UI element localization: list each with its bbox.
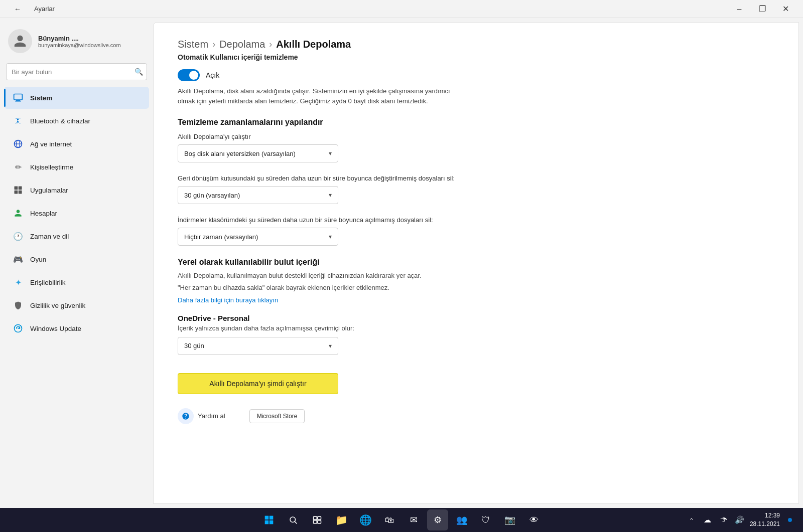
toggle-label: Açık [206,71,219,79]
file-explorer-button[interactable]: 📁 [331,509,352,530]
title-bar: ← Ayarlar – ❐ ✕ [0,0,803,18]
svg-rect-14 [270,520,274,524]
svg-rect-0 [14,94,23,100]
taskbar-search-button[interactable] [283,509,304,530]
sistem-icon [12,92,24,104]
sidebar-item-accessibility[interactable]: ✦ Erişilebilirlik [4,271,149,293]
svg-rect-13 [265,520,269,524]
svg-rect-20 [318,520,321,523]
cloud-title: Yerel olarak kullanılabilir bulut içeriğ… [178,258,774,267]
tray-cloud[interactable]: ☁ [701,513,715,527]
taskbar-right: ^ ☁ 🔊 12:39 28.11.2021 [685,511,797,528]
task-view-button[interactable] [307,509,328,530]
sidebar-item-apps[interactable]: Uygulamalar [4,179,149,201]
tray-area: ^ ☁ 🔊 [685,513,747,527]
sidebar-label-time: Zaman ve dil [30,233,69,240]
svg-rect-19 [314,520,317,523]
cloud-link[interactable]: Daha fazla bilgi için buraya tıklayın [178,296,278,304]
breadcrumb: Sistem › Depolama › Akıllı Depolama [178,39,774,50]
cloud-desc: Akıllı Depolama, kullanılmayan bulut des… [178,271,459,281]
run-schedule-dropdown[interactable]: Boş disk alanı yetersizken (varsayılan) … [178,144,338,162]
sidebar-item-update[interactable]: Windows Update [4,317,149,339]
sidebar: Bünyamin .... bunyaminkaya@windowslive.c… [0,18,153,508]
game-icon: 🎮 [12,253,24,265]
onedrive-value: 30 gün [184,342,204,349]
chevron-down-icon-2: ▾ [329,192,332,199]
user-email: bunyaminkaya@windowslive.com [38,42,121,48]
sidebar-label-accounts: Hesaplar [30,210,57,217]
sidebar-item-accounts[interactable]: Hesaplar [4,202,149,224]
tray-volume[interactable]: 🔊 [733,513,747,527]
minimize-button[interactable]: – [728,0,751,18]
dropdown2-label: Geri dönüşüm kutusundaki şu süreden daha… [178,174,774,182]
edge-button[interactable]: 🌐 [355,509,376,530]
bluetooth-icon: ⯰ [12,115,24,127]
tray-network[interactable] [717,513,731,527]
teams-button[interactable]: 👥 [451,509,472,530]
auto-clean-toggle[interactable] [178,69,200,81]
title-bar-left: ← Ayarlar [6,0,55,18]
taskbar-center: 📁 🌐 🛍 ✉ ⚙ 👥 🛡 📷 👁 [258,509,545,530]
ms-store-button[interactable]: Microsoft Store [249,409,305,423]
svg-point-15 [290,517,296,522]
window-title: Ayarlar [34,5,55,13]
notification-button[interactable] [783,513,797,527]
run-now-button[interactable]: Akıllı Depolama'yı şimdi çalıştır [178,373,338,394]
recycle-bin-dropdown[interactable]: 30 gün (varsayılan) ▾ [178,186,338,204]
window-controls: – ❐ ✕ [728,0,797,18]
camera-button[interactable]: 📷 [499,509,520,530]
settings-button[interactable]: ⚙ [427,509,448,530]
svg-rect-9 [19,191,22,194]
time-block[interactable]: 12:39 28.11.2021 [750,511,780,528]
help-link[interactable]: Yardım al [198,412,225,420]
user-profile[interactable]: Bünyamin .... bunyaminkaya@windowslive.c… [0,23,153,61]
svg-rect-1 [16,100,20,101]
tray-chevron[interactable]: ^ [685,513,699,527]
svg-rect-12 [270,516,274,520]
back-button[interactable]: ← [6,0,29,18]
svg-rect-11 [265,516,269,520]
sidebar-item-time[interactable]: 🕐 Zaman ve dil [4,225,149,247]
sidebar-item-sistem[interactable]: Sistem [4,87,149,109]
search-box: 🔍 [6,63,147,80]
sidebar-label-sistem: Sistem [30,94,52,102]
avatar [8,29,32,53]
antivirus-button[interactable]: 🛡 [475,509,496,530]
breadcrumb-depolama[interactable]: Depolama [219,39,265,50]
mail-button[interactable]: ✉ [403,509,424,530]
search-input[interactable] [6,63,147,80]
onedrive-title: OneDrive - Personal [178,314,774,322]
eye-button[interactable]: 👁 [523,509,545,530]
description-text: Akıllı Depolama, disk alanı azaldığında … [178,86,459,106]
schedule-section: Temizleme zamanlamalarını yapılandır Akı… [178,118,774,246]
person-icon [12,207,24,219]
maximize-button[interactable]: ❐ [751,0,774,18]
sidebar-item-network[interactable]: Ağ ve internet [4,133,149,155]
sidebar-item-privacy[interactable]: Gizlilik ve güvenlik [4,294,149,316]
sidebar-item-game[interactable]: 🎮 Oyun [4,248,149,270]
cloud-note: "Her zaman bu cihazda sakla" olarak bayr… [178,284,459,291]
store-button[interactable]: 🛍 [379,509,400,530]
breadcrumb-sep2: › [269,39,272,50]
search-icon: 🔍 [135,68,143,76]
dropdown3-label: İndirmeler klasörümdeki şu süreden daha … [178,216,774,224]
sidebar-label-update: Windows Update [30,325,81,332]
breadcrumb-sistem[interactable]: Sistem [178,39,208,50]
cloud-section: Yerel olarak kullanılabilir bulut içeriğ… [178,258,774,355]
downloads-dropdown[interactable]: Hiçbir zaman (varsayılan) ▾ [178,228,338,246]
sidebar-label-game: Oyun [30,256,46,263]
sidebar-label-privacy: Gizlilik ve güvenlik [30,302,85,309]
access-icon: ✦ [12,276,24,288]
main-window: Bünyamin .... bunyaminkaya@windowslive.c… [0,18,803,508]
svg-rect-6 [15,187,18,190]
sidebar-item-bluetooth[interactable]: ⯰ Bluetooth & cihazlar [4,110,149,132]
toggle-row: Açık [178,69,774,81]
sidebar-item-personalization[interactable]: ✏ Kişiselleştirme [4,156,149,178]
help-row: Yardım al Microsoft Store [178,408,774,424]
start-button[interactable] [258,509,280,530]
pencil-icon: ✏ [12,161,24,173]
sidebar-label-personalization: Kişiselleştirme [30,163,73,171]
close-button[interactable]: ✕ [774,0,797,18]
onedrive-dropdown[interactable]: 30 gün ▾ [178,337,338,355]
breadcrumb-current: Akıllı Depolama [276,39,351,50]
